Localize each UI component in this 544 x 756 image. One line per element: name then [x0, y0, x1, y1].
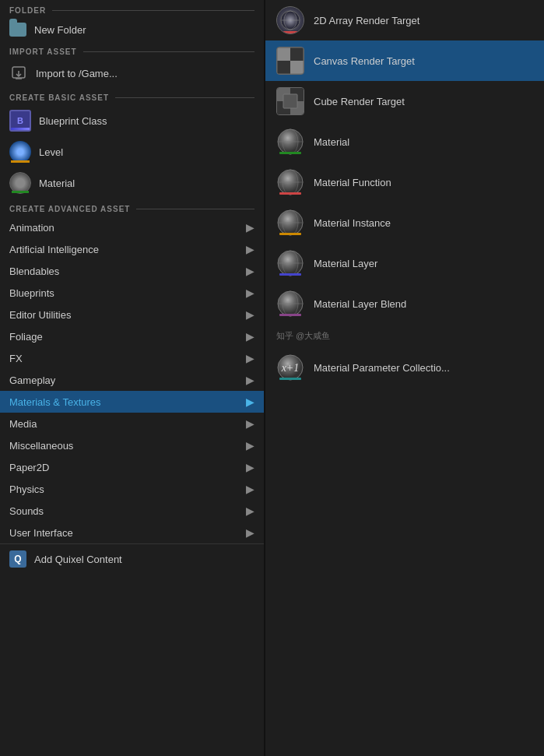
material-layer-item[interactable]: Material Layer — [265, 243, 544, 283]
dropdown-menu: FOLDER New Folder IMPORT ASSET Import to… — [0, 0, 265, 756]
cube-render-target-item[interactable]: Cube Render Target — [265, 81, 544, 121]
blueprints-arrow: ▶ — [246, 287, 254, 299]
fx-label: FX — [9, 353, 246, 364]
import-item[interactable]: Import to /Game... — [0, 59, 264, 87]
blendables-item[interactable]: Blendables ▶ — [0, 260, 264, 282]
materials-textures-item[interactable]: Materials & Textures ▶ — [0, 391, 264, 413]
svg-rect-55 — [279, 273, 301, 276]
watermark-item: 知乎 @大咸鱼 — [265, 324, 544, 347]
animation-label: Animation — [9, 222, 246, 234]
material-param-collection-icon: x+1 — [276, 353, 304, 382]
level-icon — [9, 141, 31, 163]
svg-rect-51 — [279, 233, 301, 235]
material-instance-label: Material Instance — [314, 217, 391, 229]
basic-asset-section-header: CREATE BASIC ASSET — [0, 87, 264, 105]
svg-text:B: B — [17, 116, 23, 125]
physics-item[interactable]: Physics ▶ — [0, 478, 264, 500]
material-function-item[interactable]: Material Function — [265, 162, 544, 202]
svg-rect-43 — [279, 152, 301, 154]
level-item[interactable]: Level — [0, 136, 264, 167]
material-basic-label: Material — [39, 178, 254, 189]
editor-utilities-item[interactable]: Editor Utilities ▶ — [0, 304, 264, 325]
sounds-arrow: ▶ — [246, 505, 254, 517]
foliage-arrow: ▶ — [246, 330, 254, 343]
import-icon — [9, 64, 28, 83]
material-layer-blend-icon — [276, 290, 304, 318]
ai-label: Artificial Intelligence — [9, 244, 246, 255]
foliage-item[interactable]: Foliage ▶ — [0, 325, 264, 347]
svg-rect-62 — [279, 378, 301, 380]
fx-arrow: ▶ — [246, 352, 254, 364]
folder-icon — [9, 23, 26, 37]
svg-rect-39 — [283, 94, 297, 108]
fx-item[interactable]: FX ▶ — [0, 347, 264, 369]
blueprint-class-label: Blueprint Class — [39, 115, 254, 127]
quixel-icon: Q — [9, 550, 26, 568]
foliage-label: Foliage — [9, 331, 246, 343]
media-label: Media — [9, 418, 246, 430]
material-instance-icon — [276, 209, 304, 237]
physics-arrow: ▶ — [246, 483, 254, 495]
watermark-text: 知乎 @大咸鱼 — [276, 330, 330, 342]
sounds-label: Sounds — [9, 505, 246, 517]
material-basic-item[interactable]: Material — [0, 167, 264, 199]
cube-render-target-icon — [276, 87, 304, 115]
material-basic-icon — [9, 172, 31, 194]
media-item[interactable]: Media ▶ — [0, 413, 264, 434]
import-section-header: IMPORT ASSET — [0, 41, 264, 59]
gameplay-arrow: ▶ — [246, 374, 254, 386]
canvas-render-target-label: Canvas Render Target — [314, 55, 415, 67]
svg-rect-32 — [277, 61, 290, 74]
material-item[interactable]: Material — [265, 121, 544, 162]
animation-arrow: ▶ — [246, 221, 254, 234]
svg-rect-59 — [279, 314, 301, 316]
add-quixel-label: Add Quixel Content — [34, 554, 122, 565]
svg-rect-30 — [277, 47, 290, 61]
new-folder-item[interactable]: New Folder — [0, 18, 264, 41]
material-icon — [276, 128, 304, 156]
2d-array-render-target-item[interactable]: 2D Array Render Target — [265, 0, 544, 40]
gameplay-label: Gameplay — [9, 374, 246, 386]
ai-arrow: ▶ — [246, 243, 254, 255]
materials-textures-label: Materials & Textures — [9, 396, 246, 408]
user-interface-arrow: ▶ — [246, 526, 254, 539]
import-label: Import to /Game... — [36, 68, 254, 79]
blueprints-label: Blueprints — [9, 287, 246, 299]
editor-utilities-label: Editor Utilities — [9, 309, 246, 321]
material-layer-blend-item[interactable]: Material Layer Blend — [265, 283, 544, 324]
material-param-collection-item[interactable]: x+1 Material Parameter Collectio... — [265, 347, 544, 388]
cube-render-target-label: Cube Render Target — [314, 96, 405, 107]
new-folder-label: New Folder — [34, 24, 254, 36]
sounds-item[interactable]: Sounds ▶ — [0, 500, 264, 522]
level-label: Level — [39, 146, 254, 158]
media-arrow: ▶ — [246, 417, 254, 430]
submenu: 2D Array Render Target Canvas Render Tar… — [265, 0, 544, 756]
material-function-label: Material Function — [314, 177, 391, 188]
materials-textures-arrow: ▶ — [246, 396, 254, 408]
blueprint-class-item[interactable]: B Blueprint Class — [0, 105, 264, 136]
material-layer-blend-label: Material Layer Blend — [314, 298, 406, 310]
gameplay-item[interactable]: Gameplay ▶ — [0, 369, 264, 391]
2d-array-render-target-label: 2D Array Render Target — [314, 15, 419, 26]
material-layer-label: Material Layer — [314, 258, 377, 269]
blendables-label: Blendables — [9, 265, 246, 277]
paper2d-label: Paper2D — [9, 462, 246, 473]
user-interface-item[interactable]: User Interface ▶ — [0, 522, 264, 543]
material-label: Material — [314, 136, 349, 148]
ai-item[interactable]: Artificial Intelligence ▶ — [0, 238, 264, 260]
blendables-arrow: ▶ — [246, 265, 254, 277]
material-instance-item[interactable]: Material Instance — [265, 202, 544, 243]
blueprints-item[interactable]: Blueprints ▶ — [0, 282, 264, 304]
paper2d-item[interactable]: Paper2D ▶ — [0, 456, 264, 478]
blueprint-class-icon: B — [9, 110, 31, 132]
material-layer-icon — [276, 249, 304, 277]
miscellaneous-arrow: ▶ — [246, 439, 254, 452]
physics-label: Physics — [9, 483, 246, 495]
canvas-render-target-item[interactable]: Canvas Render Target — [265, 40, 544, 81]
paper2d-arrow: ▶ — [246, 461, 254, 473]
svg-text:x+1: x+1 — [281, 362, 300, 374]
miscellaneous-item[interactable]: Miscellaneous ▶ — [0, 434, 264, 456]
user-interface-label: User Interface — [9, 527, 246, 539]
animation-item[interactable]: Animation ▶ — [0, 216, 264, 238]
add-quixel-item[interactable]: Q Add Quixel Content — [0, 543, 264, 574]
